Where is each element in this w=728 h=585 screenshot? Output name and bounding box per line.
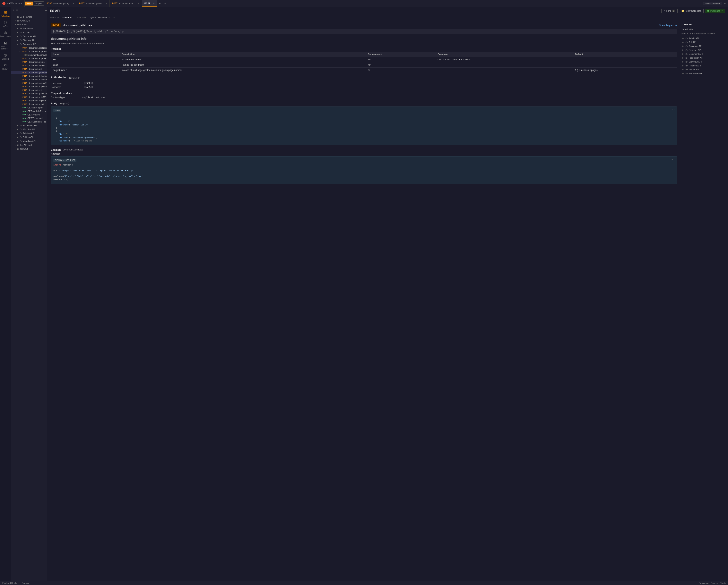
sidebar-item-doc-approvalstatus-ex[interactable]: ▶ EX document.approvalStatus <box>11 53 47 57</box>
sidebar-item-doc-edit[interactable]: ▶ POST document.edit <box>11 88 47 92</box>
sidebar-item-doc-getxmp[interactable]: ▶ POST document.getXMP <box>11 95 47 99</box>
jump-folder-document-api[interactable]: ▶ 🗁 Document API <box>681 52 724 56</box>
import-button[interactable]: Import <box>33 1 44 6</box>
sidebar-item-doc-preview[interactable]: ▶ GET GET Preview <box>11 113 47 116</box>
tab-close-3[interactable]: ✕ <box>153 2 155 4</box>
python-code-content: import requests url = "https://duwood.es… <box>53 163 675 181</box>
sidebar-item-collections[interactable]: ⊞ Collections <box>0 8 11 19</box>
fork-button[interactable]: ⑂ Fork 0 <box>661 8 678 13</box>
jump-folder-directory-api[interactable]: ▶ 🗁 Directory API <box>681 48 724 52</box>
jump-folder-production-api[interactable]: ▶ 🗁 Production API <box>681 56 724 60</box>
copy-button[interactable]: ⧉ <box>674 108 675 111</box>
sidebar-item-doc-create[interactable]: ▶ POST document.create <box>11 60 47 64</box>
copy-button[interactable]: ⧉ <box>674 158 675 161</box>
trash-button[interactable]: Trash <box>720 582 726 584</box>
view-collection-button[interactable]: 📁 View Collection <box>679 8 704 13</box>
sidebar-item-api-training[interactable]: ▶ 🗁 API Training <box>11 15 47 19</box>
sidebar-item-doc-reject[interactable]: ▶ POST document.reject <box>11 102 47 106</box>
sidebar-item-doc-thumbnail[interactable]: ▶ GET GET Thumbnail <box>11 116 47 120</box>
more-tabs-button[interactable]: ••• <box>162 2 168 5</box>
sidebar-item-doc-register[interactable]: ▶ POST document.register <box>11 99 47 102</box>
sidebar-item-doc-documentfile[interactable]: ▶ GET GET Document File <box>11 120 47 124</box>
jump-folder-admin-api[interactable]: ▶ 🗁 Admin API <box>681 36 724 40</box>
copy-lines-button[interactable]: ≡ <box>672 158 673 161</box>
sidebar-item-doc-historyreport[interactable]: ▶ POST document.historyReport <box>11 81 47 85</box>
language-selector[interactable]: Python - Requests ▾ <box>89 16 110 19</box>
tab-close-0[interactable]: ✕ <box>73 2 74 4</box>
sidebar-item-doc-duplicate[interactable]: ▶ POST document.duplicate <box>11 85 47 88</box>
filter-button[interactable]: ≡ <box>16 8 18 12</box>
eye-icon[interactable]: 👁 <box>724 2 726 5</box>
copy-lines-button[interactable]: ≡ <box>672 108 673 111</box>
sidebar-item-es-api[interactable]: ▼ 🗁 ES API <box>11 23 47 27</box>
sidebar-item-doc-notereport[interactable]: ▶ GET GET noteReport <box>11 106 47 109</box>
jump-folder-folder-api[interactable]: ▶ 🗁 Folder API <box>681 68 724 72</box>
sidebar-item-doc-editnote[interactable]: ▶ POST document.editNote <box>11 78 47 81</box>
sidebar-item-relation-api[interactable]: ▶ 🗁 Relation API <box>11 131 47 135</box>
tab-es-api[interactable]: ES API ✕ <box>142 0 157 7</box>
tree-item-label: document.create <box>29 61 45 63</box>
jump-folder-workflow-api[interactable]: ▶ 🗁 Workflow API <box>681 60 724 64</box>
sidebar-item-doc-delete[interactable]: ▶ POST document.delete <box>11 64 47 67</box>
sidebar-item-apis[interactable]: ⬡ APIs <box>0 19 11 29</box>
new-collection-button[interactable]: + <box>12 8 15 12</box>
bootcamp-button[interactable]: Bootcamp <box>699 582 709 584</box>
tab-metadata-getobj[interactable]: POST metadata.getObj... ✕ <box>44 0 77 7</box>
sidebar-item-cmis-api[interactable]: ▶ 🗁 CMIS API <box>11 19 47 23</box>
sidebar-item-history[interactable]: ↺ History <box>0 61 11 72</box>
sidebar-item-doc-preflightreport[interactable]: ▶ GET GET preflightReport <box>11 109 47 113</box>
folder-icon: 🗁 <box>685 56 688 59</box>
language-chevron-icon: ▾ <box>108 16 110 19</box>
tab-close-2[interactable]: ✕ <box>138 2 139 4</box>
sidebar-item-directory-api[interactable]: ▶ 🗁 Directory API <box>11 38 47 42</box>
sidebar-item-doc-getwfls[interactable]: ▶ POST document.getWFLs <box>11 92 47 95</box>
tab-document-getnotes[interactable]: POST document.getNO... ✕ <box>77 0 110 7</box>
sidebar-item-doc-deletenote[interactable]: ▶ POST document.deleteNote <box>11 74 47 78</box>
sidebar-item-doc-get[interactable]: ▶ POST document.get <box>11 67 47 71</box>
sidebar-item-monitors[interactable]: ◷ Monitors <box>0 51 11 61</box>
jump-intro-link[interactable]: Introduction <box>681 28 724 31</box>
sidebar-item-document-api[interactable]: ▼ 🗁 Document API <box>11 42 47 46</box>
sidebar-item-job-api[interactable]: ▶ 🗁 Job API <box>11 30 47 34</box>
sidebar-item-doc-getnotes[interactable]: ▶ POST document.getNotes <box>11 71 47 74</box>
doc-sidebar: JUMP TO Introduction The full ES API Pos… <box>681 23 724 578</box>
param-id-req: M* <box>366 57 436 62</box>
published-button[interactable]: Published ▾ <box>705 8 725 13</box>
sidebar-item-mock-servers[interactable]: ⬕ Mock Servers <box>0 39 11 51</box>
new-button[interactable]: New <box>25 2 33 5</box>
console-button[interactable]: Console <box>22 582 29 584</box>
tab-close-1[interactable]: ✕ <box>106 2 107 4</box>
code-line: [ <box>53 113 675 117</box>
jump-folder-metadata-api[interactable]: ▶ 🗁 Metadata API <box>681 72 724 75</box>
runner-button[interactable]: Runner <box>711 582 718 584</box>
open-request-link[interactable]: Open Request → <box>659 24 677 27</box>
click-to-expand[interactable]: Click to Expand <box>74 140 92 142</box>
workspace-label[interactable]: My Workspace <box>0 0 25 7</box>
sidebar-item-es-api-work[interactable]: ▶ 🗁 ES API work <box>11 143 47 147</box>
chevron-icon: ▶ <box>17 140 19 142</box>
tab-document-approval[interactable]: POST document.appro... ✕ <box>110 0 142 7</box>
jump-folder-relation-api[interactable]: ▶ 🗁 Relation API <box>681 64 724 68</box>
sidebar-item-admin-api[interactable]: ▶ 🗁 Admin API <box>11 27 47 30</box>
code-line: "method": "admin.login" <box>53 123 675 127</box>
sidebar-item-doc-approve[interactable]: ▶ POST document.approve <box>11 57 47 60</box>
sidebar-item-doc-addnote[interactable]: ▶ POST document.addNote <box>11 46 47 50</box>
more-options-button[interactable]: ••• <box>45 8 47 12</box>
sidebar-item-customer-api[interactable]: ▶ 🗁 Customer API <box>11 34 47 38</box>
find-replace-button[interactable]: Find and Replace <box>2 582 19 584</box>
sidebar-item-tomstuff[interactable]: ▶ 🗁 tomStuff <box>11 147 47 151</box>
sidebar-item-workflow-api[interactable]: ▶ 🗁 Workflow API <box>11 127 47 131</box>
code-line: url = "https://duwood.es-cloud.com/Espri… <box>53 169 675 172</box>
jump-folder-customer-api[interactable]: ▶ 🗁 Customer API <box>681 44 724 48</box>
auth-header: Authorization Basic Auth <box>51 76 677 80</box>
gear-icon[interactable]: ⚙ <box>113 16 115 19</box>
sidebar-item-doc-approvalstatus[interactable]: ▼ POST document.approvalStatus <box>11 50 47 53</box>
sidebar-item-metadata-api[interactable]: ▶ 🗁 Metadata API <box>11 139 47 143</box>
jump-folder-job-api[interactable]: ▶ 🗁 Job API <box>681 40 724 44</box>
sidebar-item-folder-api[interactable]: ▶ 🗁 Folder API <box>11 135 47 139</box>
sidebar-item-production-api[interactable]: ▶ 🗁 Production API <box>11 124 47 127</box>
environment-selector[interactable]: No Environment <box>703 2 722 5</box>
sidebar-item-environments[interactable]: ◎ Environments <box>0 29 11 39</box>
new-tab-button[interactable]: + <box>157 2 162 5</box>
content-header: ES API ⑂ Fork 0 📁 View Collection Publis… <box>47 7 728 15</box>
